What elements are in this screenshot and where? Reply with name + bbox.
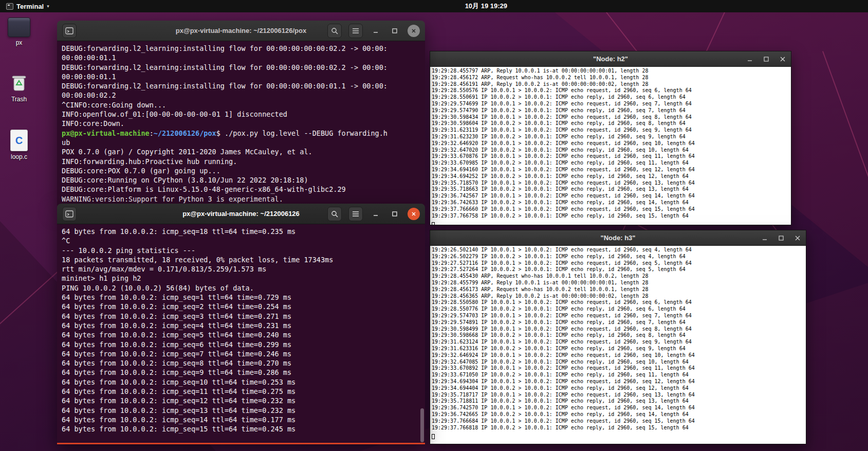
desktop-icon-label: loop.c <box>11 153 27 160</box>
maximize-button[interactable] <box>389 208 401 220</box>
hamburger-menu-icon <box>352 28 359 34</box>
top-bar: Terminal ▾ 10月 19 19:29 <box>0 0 868 12</box>
search-button[interactable] <box>327 207 342 221</box>
prompt-suffix: $ <box>216 129 225 137</box>
close-icon <box>411 211 416 217</box>
prompt-path: ~/212006126/pox <box>154 129 216 137</box>
desktop: { "topbar": { "app_menu_label": "Termina… <box>0 0 868 451</box>
titlebar[interactable]: px@px-virtual-machine: ~/212006126 <box>57 204 425 224</box>
close-icon <box>780 56 786 62</box>
search-button[interactable] <box>327 24 342 38</box>
window-title: "Node: h2" <box>593 55 628 63</box>
app-menu-terminal[interactable]: Terminal ▾ <box>0 0 56 12</box>
minimize-icon <box>747 56 753 62</box>
new-terminal-tab-button[interactable] <box>62 207 77 221</box>
minimize-icon <box>373 211 379 217</box>
search-icon <box>331 210 338 218</box>
wallpaper-decoration <box>822 51 868 293</box>
titlebar[interactable]: "Node: h2" <box>430 51 791 67</box>
maximize-button[interactable] <box>762 55 770 63</box>
home-folder-icon <box>8 17 30 37</box>
hamburger-menu-icon <box>352 211 359 217</box>
terminal-output-area[interactable]: 64 bytes from 10.0.0.2: icmp_seq=18 ttl=… <box>57 224 425 443</box>
minimize-button[interactable] <box>761 234 769 242</box>
maximize-icon <box>392 211 398 217</box>
terminal-window-mininet: px@px-virtual-machine: ~/212006126 <box>57 204 425 444</box>
window-title: px@px-virtual-machine: ~/212006126 <box>182 210 300 218</box>
terminal-cursor <box>432 222 435 225</box>
maximize-button[interactable] <box>389 25 401 37</box>
terminal-output-area[interactable]: DEBUG:forwarding.l2_learning:installing … <box>57 41 425 206</box>
desktop-icon-column: px Trash C loop.c <box>3 17 35 187</box>
xterm-window-h2: "Node: h2" 19:29:28.455797 ARP, Reply 10 <box>430 51 791 225</box>
menu-button[interactable] <box>348 24 363 38</box>
terminal-window-pox: px@px-virtual-machine: ~/212006126/pox <box>57 21 425 206</box>
trash-icon <box>9 73 29 94</box>
menu-button[interactable] <box>348 207 363 221</box>
terminal-cursor <box>432 434 435 439</box>
clock[interactable]: 10月 19 19:29 <box>465 2 507 11</box>
wallpaper-decoration <box>0 267 62 440</box>
window-title: px@px-virtual-machine: ~/212006126/pox <box>176 27 306 34</box>
c-source-file-icon: C <box>10 130 28 151</box>
terminal-output: ub POX 0.7.0 (gar) / Copyright 2011-2020… <box>62 138 425 204</box>
desktop-icon-px[interactable]: px <box>3 17 35 46</box>
titlebar[interactable]: px@px-virtual-machine: ~/212006126/pox <box>57 21 425 41</box>
minimize-button[interactable] <box>370 208 382 220</box>
tcpdump-output: 19:29:26.502140 IP 10.0.0.1 > 10.0.0.2: … <box>432 247 806 431</box>
maximize-icon <box>392 28 398 34</box>
window-title: "Node: h3" <box>601 234 636 242</box>
desktop-icon-label: Trash <box>11 96 27 103</box>
minimize-icon <box>762 235 768 241</box>
close-button[interactable] <box>408 208 420 220</box>
xterm-output-area[interactable]: 19:29:28.455797 ARP, Reply 10.0.0.1 is-a… <box>430 67 791 225</box>
terminal-output: DEBUG:forwarding.l2_learning:installing … <box>62 44 425 129</box>
close-icon <box>411 28 416 33</box>
prompt-command: ./pox.py log.level --DEBUG forwarding.h <box>225 129 387 137</box>
terminal-output: 64 bytes from 10.0.0.2: icmp_seq=18 ttl=… <box>62 227 425 434</box>
close-button[interactable] <box>793 234 802 242</box>
titlebar[interactable]: "Node: h3" <box>430 230 806 246</box>
maximize-icon <box>763 56 769 62</box>
prompt-user: px@px-virtual-machine <box>62 129 150 137</box>
xterm-output-area[interactable]: 19:29:26.502140 IP 10.0.0.1 > 10.0.0.2: … <box>430 246 806 444</box>
minimize-button[interactable] <box>370 25 382 37</box>
minimize-button[interactable] <box>746 55 754 63</box>
maximize-icon <box>778 235 784 241</box>
terminal-prompt-line: px@px-virtual-machine:~/212006126/pox$ .… <box>62 129 425 138</box>
minimize-icon <box>373 28 379 34</box>
terminal-window-icon <box>65 210 73 218</box>
new-terminal-tab-button[interactable] <box>62 24 77 38</box>
close-icon <box>795 235 801 241</box>
terminal-window-icon <box>65 27 73 34</box>
tcpdump-output: 19:29:28.455797 ARP, Reply 10.0.0.1 is-a… <box>432 68 791 219</box>
search-icon <box>331 27 338 34</box>
desktop-icon-label: px <box>16 39 23 46</box>
chevron-down-icon: ▾ <box>47 4 49 9</box>
xterm-window-h3: "Node: h3" 19:29:26.502140 IP 10.0.0.1 > <box>430 230 806 444</box>
desktop-icon-trash[interactable]: Trash <box>3 73 35 103</box>
scrollbar-thumb[interactable] <box>420 408 424 442</box>
close-button[interactable] <box>779 55 787 63</box>
maximize-button[interactable] <box>777 234 785 242</box>
close-button[interactable] <box>408 25 420 37</box>
terminal-app-icon <box>6 3 13 10</box>
desktop-icon-loop-c[interactable]: C loop.c <box>3 130 35 160</box>
prompt-separator: : <box>150 129 154 137</box>
app-menu-label: Terminal <box>16 3 44 10</box>
